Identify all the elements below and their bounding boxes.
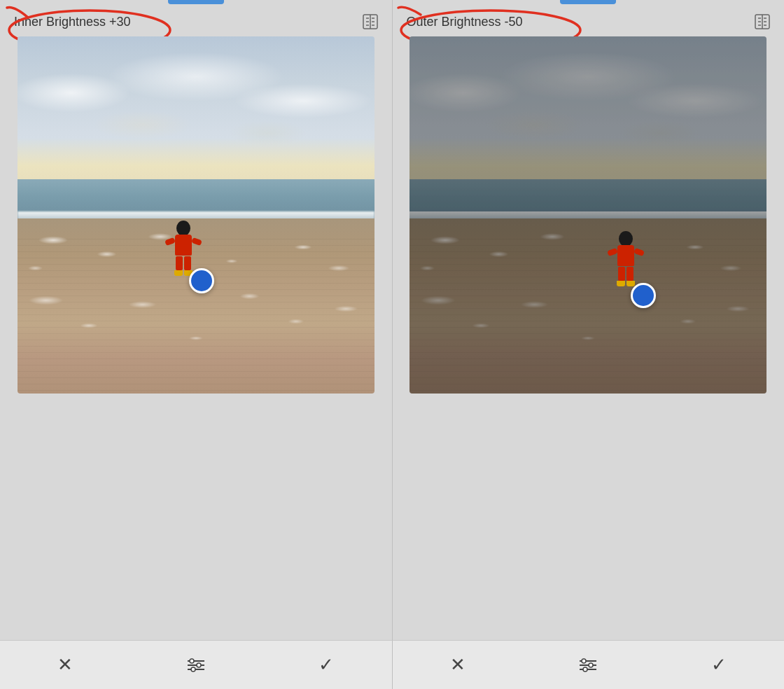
bottom-toolbars: ✕ ✓ ✕ <box>0 640 784 689</box>
left-sliders-icon <box>186 657 206 674</box>
left-cancel-button[interactable]: ✕ <box>50 650 80 681</box>
child-boot-left-1 <box>174 270 183 276</box>
blue-handle-left[interactable] <box>189 268 214 293</box>
left-confirm-button[interactable]: ✓ <box>311 650 342 681</box>
child-leg-left-1 <box>176 256 183 270</box>
child-body-left <box>174 221 192 276</box>
svg-point-29 <box>583 667 587 671</box>
child-body-right <box>617 231 635 286</box>
child-legs-left <box>176 256 191 270</box>
right-brightness-label: Outer Brightness -50 <box>407 15 523 29</box>
right-cancel-icon[interactable]: ✕ <box>450 654 465 676</box>
child-boot-right-1 <box>617 281 625 286</box>
child-head-left <box>176 221 190 236</box>
child-leg-right-2 <box>626 267 634 281</box>
left-split-view-icon[interactable] <box>363 14 378 29</box>
child-legs-right <box>618 267 634 281</box>
child-leg-right-1 <box>618 267 625 281</box>
svg-point-22 <box>197 663 201 667</box>
right-cancel-button[interactable]: ✕ <box>442 650 473 681</box>
svg-point-21 <box>190 659 194 663</box>
left-check-icon[interactable]: ✓ <box>318 654 334 676</box>
left-panel: Inner Brightness +30 <box>0 0 393 640</box>
child-torso-left <box>175 235 192 256</box>
svg-point-28 <box>589 663 593 667</box>
child-boots-right <box>617 281 635 286</box>
left-beach-scene <box>18 36 374 394</box>
right-beach-scene <box>410 36 766 394</box>
left-toolbar: ✕ ✓ <box>0 640 393 689</box>
child-leg-left-2 <box>184 256 191 270</box>
left-beach-image <box>18 36 374 394</box>
child-head-right <box>619 231 633 246</box>
right-check-icon[interactable]: ✓ <box>711 654 727 676</box>
svg-point-23 <box>191 667 195 671</box>
right-beach-image <box>410 36 766 394</box>
right-split-view-icon[interactable] <box>755 14 770 29</box>
right-panel: Outer Brightness -50 <box>393 0 785 640</box>
child-figure-left <box>174 221 192 276</box>
right-foam-spots-lower <box>410 279 766 363</box>
right-sliders-icon <box>578 657 598 674</box>
child-figure-right <box>617 231 635 286</box>
svg-point-27 <box>582 659 586 663</box>
right-confirm-button[interactable]: ✓ <box>704 650 734 681</box>
right-panel-header: Outer Brightness -50 <box>393 4 785 36</box>
left-brightness-label: Inner Brightness +30 <box>14 15 131 29</box>
left-adjust-button[interactable] <box>181 650 211 681</box>
left-cancel-icon[interactable]: ✕ <box>57 654 73 676</box>
right-image-container <box>393 36 785 640</box>
left-image-container <box>0 36 392 640</box>
child-torso-right <box>617 245 634 266</box>
left-panel-header: Inner Brightness +30 <box>0 4 392 36</box>
right-toolbar: ✕ ✓ <box>393 640 785 689</box>
right-adjust-button[interactable] <box>573 650 603 681</box>
child-boot-right-2 <box>626 281 635 286</box>
